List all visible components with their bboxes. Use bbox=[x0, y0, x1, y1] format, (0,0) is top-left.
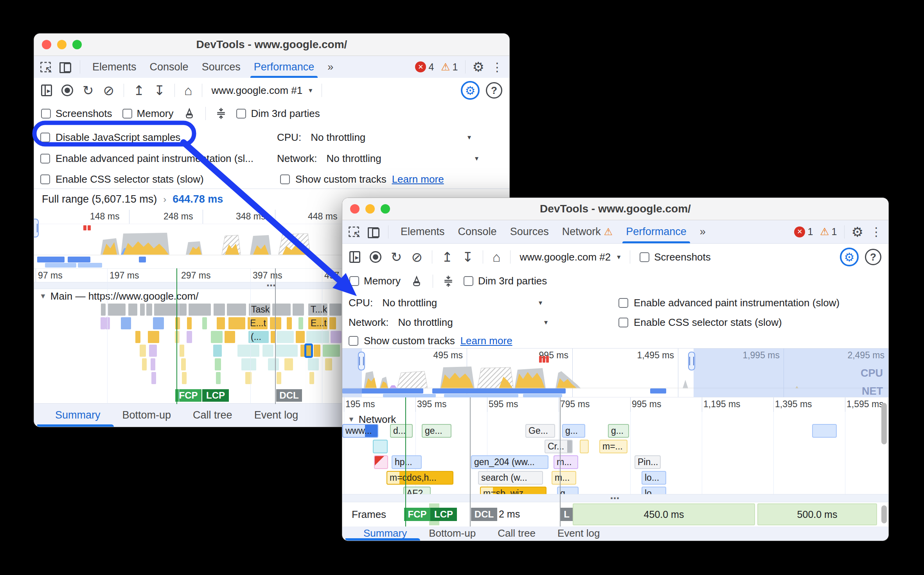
clear-icon[interactable]: ⊘ bbox=[103, 83, 115, 98]
tab-overflow[interactable]: » bbox=[693, 220, 712, 243]
inspect-icon[interactable]: ↖ bbox=[40, 62, 51, 72]
error-badge[interactable]: ✕ 1 bbox=[794, 226, 813, 237]
adv-paint-checkbox[interactable]: Enable advanced paint instrumentation (s… bbox=[618, 295, 840, 311]
network-request-bar[interactable]: Pin... bbox=[635, 455, 661, 469]
network-request-bar[interactable]: m=... bbox=[599, 440, 627, 453]
flame-chart-bar[interactable] bbox=[101, 304, 106, 316]
flame-chart-bar[interactable] bbox=[331, 331, 342, 343]
network-request-bar[interactable]: www... bbox=[342, 424, 378, 438]
network-request-bar[interactable]: search (w... bbox=[478, 471, 543, 485]
flame-chart-bar[interactable] bbox=[149, 345, 157, 357]
flame-chart-bar[interactable] bbox=[309, 372, 314, 384]
screenshots-checkbox[interactable]: Screenshots bbox=[640, 251, 711, 263]
close-button[interactable] bbox=[350, 204, 360, 214]
flame-chart-bar[interactable] bbox=[286, 317, 292, 329]
tab-elements[interactable]: Elements bbox=[394, 220, 451, 243]
help-icon[interactable]: ? bbox=[486, 82, 502, 99]
network-request-bar[interactable]: m... bbox=[554, 455, 578, 469]
minimize-button[interactable] bbox=[57, 40, 67, 49]
flame-chart-bar[interactable] bbox=[215, 358, 221, 370]
upload-profile-icon[interactable]: ↥ bbox=[442, 249, 453, 265]
warning-badge[interactable]: ⚠ 1 bbox=[820, 226, 837, 238]
minimize-button[interactable] bbox=[365, 204, 375, 214]
flame-chart-bar[interactable] bbox=[224, 331, 235, 343]
full-range-label[interactable]: Full range (5,607.15 ms) bbox=[42, 193, 157, 205]
flame-chart-bar[interactable]: E...t bbox=[308, 317, 327, 329]
frames-track[interactable]: Frames 450.0 ms 500.0 ms 2 ms FCP LCP DC… bbox=[342, 502, 888, 526]
track-expander[interactable]: ⋯ bbox=[342, 494, 888, 502]
tab-sources[interactable]: Sources bbox=[195, 56, 247, 78]
network-request-bar[interactable] bbox=[812, 424, 837, 438]
flame-chart-bar[interactable] bbox=[276, 345, 298, 357]
overview-left-handle[interactable] bbox=[34, 219, 39, 237]
toggle-sidebar-icon[interactable]: ▸ bbox=[349, 251, 360, 263]
close-button[interactable] bbox=[42, 40, 51, 49]
upload-profile-icon[interactable]: ↥ bbox=[133, 83, 145, 98]
flame-chart-bar[interactable] bbox=[308, 358, 319, 370]
bottom-tab-event-log[interactable]: Event log bbox=[243, 404, 309, 427]
flame-chart-bar[interactable] bbox=[306, 345, 312, 357]
network-request-bar[interactable]: Cr... bbox=[545, 440, 573, 453]
scrollbar-thumb[interactable] bbox=[881, 403, 887, 444]
flame-chart-bar[interactable] bbox=[262, 345, 273, 357]
bottom-tab-call-tree[interactable]: Call tree bbox=[182, 404, 243, 427]
bottom-tab-call-tree[interactable]: Call tree bbox=[487, 526, 546, 541]
network-throttle-select[interactable]: Network:No throttling ▾ bbox=[277, 151, 381, 166]
help-icon[interactable]: ? bbox=[865, 249, 881, 265]
settings-gear-icon[interactable]: ⚙ bbox=[473, 59, 484, 75]
network-request-bar[interactable]: lo... bbox=[642, 471, 666, 485]
flame-chart-bar[interactable] bbox=[142, 358, 147, 370]
l-marker-badge[interactable]: L bbox=[561, 508, 573, 521]
flame-chart-bar[interactable]: Task bbox=[248, 304, 270, 316]
flame-chart-bar[interactable] bbox=[147, 331, 159, 343]
flame-chart-bar[interactable] bbox=[213, 345, 222, 357]
flame-chart-bar[interactable] bbox=[237, 345, 259, 357]
flame-chart-bar[interactable] bbox=[295, 331, 305, 343]
tab-overflow[interactable]: » bbox=[321, 56, 340, 78]
dim-3rd-parties-checkbox[interactable]: Dim 3rd parties bbox=[464, 275, 547, 287]
collapse-icon[interactable] bbox=[216, 107, 226, 120]
network-request-bar[interactable]: Ge... bbox=[525, 424, 555, 438]
flame-chart-bar[interactable] bbox=[105, 317, 110, 329]
capture-settings-button-active[interactable]: ⚙ bbox=[461, 81, 480, 100]
bottom-tab-bottom-up[interactable]: Bottom-up bbox=[418, 526, 487, 541]
home-icon[interactable]: ⌂ bbox=[493, 250, 501, 265]
bottom-tab-summary[interactable]: Summary bbox=[352, 526, 418, 541]
dcl-marker-badge[interactable]: DCL bbox=[471, 508, 497, 521]
network-request-bar[interactable]: gen_204 (ww... bbox=[471, 455, 548, 469]
lcp-marker-badge[interactable]: LCP bbox=[430, 508, 457, 521]
reload-record-icon[interactable]: ↻ bbox=[83, 83, 94, 98]
tab-performance[interactable]: Performance bbox=[619, 220, 693, 243]
flame-chart-bar[interactable] bbox=[202, 317, 207, 329]
flame-chart-bar[interactable] bbox=[140, 304, 145, 316]
flame-chart-bar[interactable] bbox=[154, 304, 187, 316]
adv-paint-checkbox[interactable]: Enable advanced paint instrumentation (s… bbox=[40, 151, 253, 166]
device-toolbar-icon[interactable] bbox=[368, 226, 379, 237]
flame-chart-bar[interactable] bbox=[227, 304, 246, 316]
flame-chart-bar[interactable] bbox=[245, 372, 252, 384]
flame-chart-bar[interactable] bbox=[272, 304, 291, 316]
overview-left-handle[interactable] bbox=[358, 352, 365, 370]
flame-chart-bar[interactable] bbox=[211, 331, 223, 343]
learn-more-link[interactable]: Learn more bbox=[392, 173, 444, 185]
flame-chart-bar[interactable] bbox=[313, 345, 320, 357]
network-request-bar[interactable]: d... bbox=[390, 424, 413, 438]
dim-3rd-parties-checkbox[interactable]: Dim 3rd parties bbox=[236, 108, 320, 120]
flame-chart-bar[interactable] bbox=[323, 345, 340, 357]
clear-icon[interactable]: ⊘ bbox=[412, 249, 423, 265]
flame-chart-bar[interactable] bbox=[277, 372, 281, 384]
record-button[interactable] bbox=[61, 84, 73, 96]
flame-chart-bar[interactable] bbox=[108, 304, 126, 316]
zoom-button[interactable] bbox=[381, 204, 390, 214]
bottom-tab-bottom-up[interactable]: Bottom-up bbox=[111, 404, 182, 427]
toggle-sidebar-icon[interactable]: ▸ bbox=[41, 84, 52, 96]
flame-chart-bar[interactable] bbox=[216, 317, 225, 329]
network-request-bar[interactable]: g... bbox=[608, 424, 629, 438]
flame-chart-bar[interactable]: (... bbox=[248, 331, 269, 343]
network-throttle-select[interactable]: Network:No throttling ▾ bbox=[349, 314, 453, 330]
flame-chart-bar[interactable] bbox=[300, 345, 305, 357]
target-select[interactable]: www.google.com #2▾ bbox=[520, 251, 621, 263]
tab-console[interactable]: Console bbox=[451, 220, 503, 243]
css-stats-checkbox[interactable]: Enable CSS selector stats (slow) bbox=[618, 314, 782, 330]
network-request-bar[interactable]: m=cdos,h... bbox=[386, 471, 453, 485]
